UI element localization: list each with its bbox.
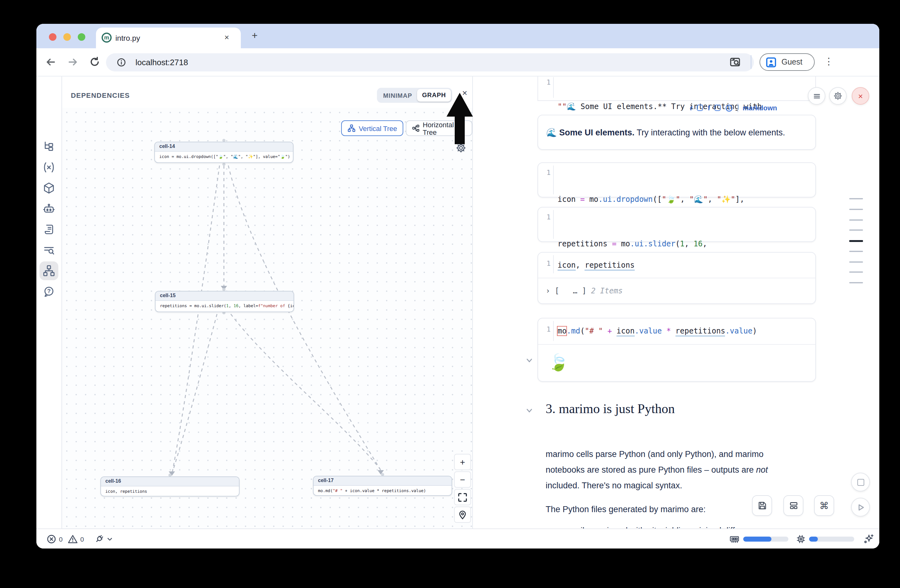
kernel-connection-icon[interactable] [94,534,104,544]
minimap-cell-marker[interactable] [849,282,863,283]
markdown-output: 🌊 Some UI elements. Try interacting with… [537,115,816,150]
errors-icon[interactable] [47,534,56,544]
packages-icon[interactable] [43,182,55,194]
fn-checkbox[interactable] [714,105,721,111]
minimap-cell-marker[interactable] [849,220,863,221]
svg-text:?: ? [47,288,51,294]
traffic-close-button[interactable] [49,33,56,41]
help-icon[interactable]: ? [43,285,55,298]
connection-chevron-icon[interactable] [107,536,113,542]
layout-select-button[interactable] [784,495,804,516]
expand-caret[interactable]: › [546,286,550,295]
node-code: icon, repetitions [101,486,239,497]
graph-node-cell-15[interactable]: cell-15 repetitions = mo.ui.slider(1, 16… [155,291,294,312]
info-icon[interactable] [725,104,733,112]
traffic-zoom-button[interactable] [78,33,85,41]
fit-view-button[interactable] [454,489,471,505]
tab-strip: m intro.py × + [36,24,879,48]
dependency-edges [62,108,472,528]
clipped-list-item: easily versioned with git, yielding mini… [567,523,815,528]
tab-minimap[interactable]: MINIMAP [378,92,417,99]
save-file-icon [757,501,767,510]
hamburger-icon [813,92,821,100]
section-heading: 3. marimo is just Python [546,401,675,417]
minimap-cell-marker[interactable] [849,209,863,210]
ai-assistant-icon[interactable] [43,203,55,215]
cell-momd[interactable]: 1 mo.md("# " + icon.value * repetitions.… [537,318,816,382]
graph-node-cell-16[interactable]: cell-16 icon, repetitions [100,477,240,497]
memory-icon[interactable] [729,534,739,544]
gutter-divider [553,255,554,273]
snippets-icon[interactable] [43,223,55,236]
collapse-output-chevron-icon[interactable] [526,357,533,364]
save-button[interactable] [752,495,772,516]
traffic-minimize-button[interactable] [64,33,71,41]
fn-toggle-label[interactable]: f [708,104,710,111]
status-bar: 0 0 [36,528,879,548]
warnings-icon[interactable] [68,534,78,544]
cell-slider[interactable]: 1 repetitions = mo.ui.slider(1, 16, labe… [537,207,816,242]
cell-tuple[interactable]: 1 icon, repetitions › [ … ] 2 Items [537,252,816,304]
ellipsis: … [573,286,577,295]
minimap-cell-marker[interactable] [849,198,863,200]
section-paragraph: marimo cells parse Python (and only Pyth… [546,446,794,494]
command-palette-button[interactable]: ⌘ [814,495,834,516]
tab-search-icon[interactable] [729,56,741,68]
tab-close-icon[interactable]: × [221,32,232,43]
vertical-tree-icon [348,124,355,132]
profile-label: Guest [782,58,802,67]
browser-tab[interactable]: m intro.py × [96,28,241,48]
dependency-graph-icon[interactable] [43,265,55,277]
graph-canvas[interactable]: Vertical Tree Horizontal Tree cell-14 ic… [62,108,472,528]
browser-menu-icon[interactable]: ⋮ [824,56,833,67]
line-number: 1 [542,260,551,268]
output-bold-text: Some UI elements. [559,128,635,137]
layout-grid-icon [789,501,798,510]
notebook-menu-button[interactable] [808,87,826,105]
variables-icon[interactable] [43,161,55,174]
minimap-cell-marker[interactable] [849,262,863,263]
sidebar-rail: ? [36,76,62,528]
line-number: 1 [542,325,551,334]
stop-button[interactable] [851,473,870,492]
minimap-cell-marker-active[interactable] [849,240,863,241]
gutter-divider [553,77,554,98]
graph-zoom-controls: + − [454,454,471,524]
reload-icon[interactable] [89,56,100,68]
zoom-in-button[interactable]: + [454,454,471,470]
back-icon[interactable] [45,56,56,68]
cell-output-divider [538,278,815,279]
vertical-tree-label: Vertical Tree [359,124,397,132]
language-label[interactable]: markdown [743,104,777,111]
collapse-section-chevron-icon[interactable] [526,407,533,414]
cell-markdown-code[interactable]: 1 ""🌊 Some UI elements.** Try interactin… [537,76,816,101]
vertical-tree-button[interactable]: Vertical Tree [341,120,403,136]
marimo-favicon-icon: m [102,32,112,43]
minimap-cell-marker[interactable] [849,251,863,252]
logs-icon[interactable] [43,244,55,256]
address-bar[interactable]: localhost:2718 [106,53,754,71]
collapsed-output[interactable]: › [ … ] 2 Items [546,286,623,295]
graph-node-cell-17[interactable]: cell-17 mo.md("# " + icon.value * repeti… [313,476,452,496]
run-button[interactable] [851,498,870,517]
location-pin-icon [458,510,467,519]
profile-button[interactable]: Guest [759,53,815,71]
gutter-divider [553,321,554,341]
ref-toggle-label[interactable]: r [690,104,693,111]
cpu-icon[interactable] [796,534,806,544]
file-explorer-icon[interactable] [43,141,55,153]
shutdown-button[interactable]: × [852,87,869,105]
locate-button[interactable] [454,506,471,523]
ref-checkbox[interactable] [697,105,703,111]
notebook-settings-button[interactable] [829,87,847,105]
ai-sparkle-icon[interactable] [863,534,874,545]
minimap-cell-marker[interactable] [849,229,863,231]
minimap-cell-marker[interactable] [849,271,863,273]
new-tab-button[interactable]: + [249,30,260,41]
close-x-icon: × [858,91,863,101]
cell-dropdown[interactable]: 1 icon = mo.ui.dropdown(["🍃", "🌊", "✨"],… [537,162,816,198]
graph-node-cell-14[interactable]: cell-14 icon = mo.ui.dropdown(["🍃", "🌊",… [154,142,293,163]
zoom-out-button[interactable]: − [454,471,471,488]
forward-icon[interactable] [67,56,78,68]
site-info-icon[interactable] [116,58,126,67]
